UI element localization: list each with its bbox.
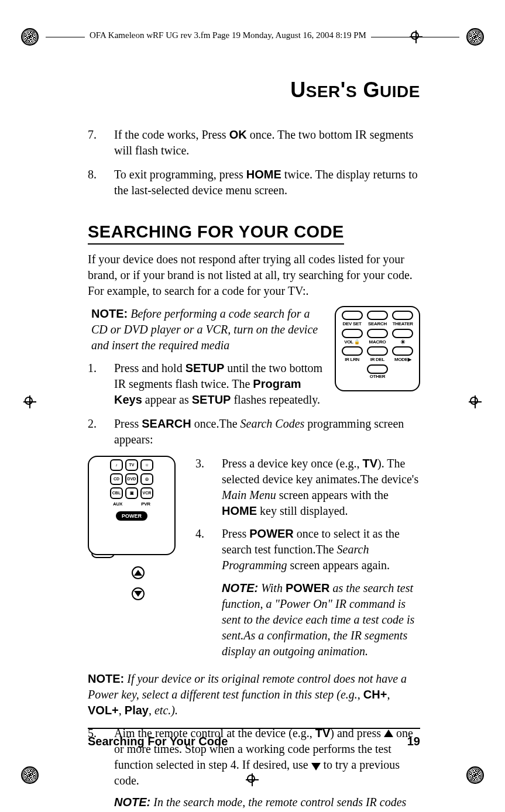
search-step-4: 4. Press POWER once to select it as the … [195, 526, 420, 573]
registration-mark [469, 395, 482, 408]
step-number: 8. [88, 167, 114, 198]
program-keys-figure: DEV SETSEARCHTHEATER VOL 🔒MACRO☀ IR LRNI… [335, 306, 420, 391]
search-step-2: 2. Press SEARCH once.The Search Codes pr… [88, 416, 420, 448]
device-keys-figure: ♪TV☺ CDDVD◎ CBL▣VCR AUXPVR POWER HOME [88, 456, 188, 665]
step4-note: NOTE: With POWER as the search test func… [222, 580, 420, 659]
printer-rosette [466, 766, 484, 784]
up-arrow-icon [132, 566, 145, 579]
intro-paragraph: If your device does not respond after tr… [88, 252, 420, 299]
search-step-3: 3. Press a device key once (e.g., TV). T… [195, 456, 420, 519]
step-number: 7. [88, 127, 114, 159]
footer-rule [88, 728, 420, 729]
step-text: If the code works, Press OK once. The tw… [114, 127, 420, 159]
step-number: 4. [195, 526, 222, 573]
step-8: 8. To exit programming, press HOME twice… [88, 167, 420, 198]
search-step-1: 1. Press and hold SETUP until the two bo… [88, 360, 327, 408]
down-arrow-icon [311, 763, 321, 770]
step-text: Press a device key once (e.g., TV). The … [222, 456, 420, 519]
step-text: Press SEARCH once.The Search Codes progr… [114, 416, 420, 448]
step-number: 3. [195, 456, 222, 519]
step-7: 7. If the code works, Press OK once. The… [88, 127, 420, 159]
printer-rosette [466, 28, 484, 46]
document-title: USER'S GUIDE [88, 76, 420, 105]
registration-mark [23, 395, 36, 408]
section-heading: SEARCHING FOR YOUR CODE [88, 221, 344, 245]
printer-rosette [21, 28, 39, 46]
step-number: 1. [88, 360, 114, 408]
note-test-function: NOTE: If your device or its original rem… [88, 671, 420, 718]
step-text: Press and hold SETUP until the two botto… [114, 360, 327, 408]
step-text: Press POWER once to select it as the sea… [222, 526, 420, 573]
page-number: 19 [407, 734, 420, 749]
down-arrow-icon [132, 587, 145, 600]
footer-section-title: Searching For Your Code [88, 734, 228, 749]
printer-rosette [21, 766, 39, 784]
page-header-meta: OFA Kameleon wRF UG rev 3.fm Page 19 Mon… [85, 29, 371, 41]
step-number: 2. [88, 416, 114, 448]
step-text: To exit programming, press HOME twice. T… [114, 167, 420, 198]
